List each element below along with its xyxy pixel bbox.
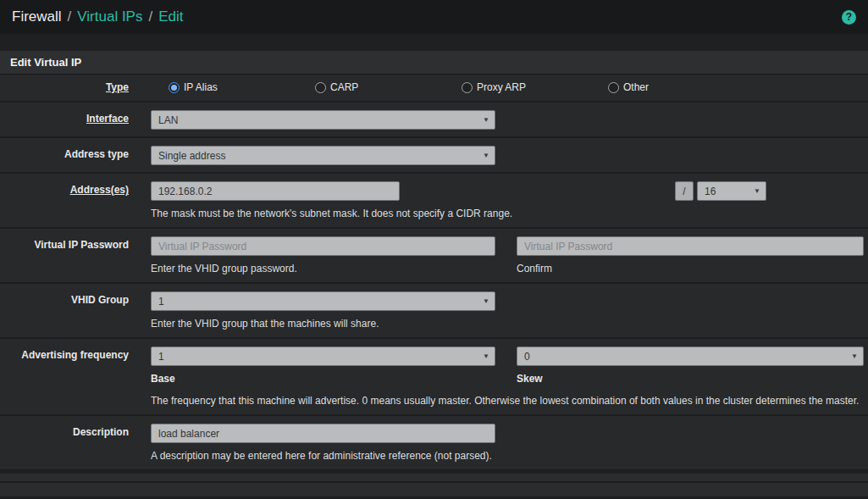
form-row-description: Description A description may be entered…: [0, 416, 868, 471]
addresses-help-text: The mask must be the network's subnet ma…: [151, 208, 864, 220]
addresses-label: Address(es): [0, 174, 137, 227]
type-label: Type: [0, 75, 137, 101]
radio-other-label: Other: [623, 81, 649, 93]
address-type-label: Address type: [0, 138, 137, 172]
adv-base-select-value: 1: [158, 351, 164, 363]
form-row-password: Virtual IP Password Enter the VHID group…: [0, 229, 868, 284]
vhid-select-value: 1: [158, 296, 164, 308]
form-row-addresses: Address(es) / 16 ▼ The mask must be the …: [0, 174, 868, 229]
password-input[interactable]: [151, 236, 495, 256]
breadcrumb-virtual-ips[interactable]: Virtual IPs: [77, 8, 142, 25]
chevron-down-icon: ▼: [483, 298, 489, 305]
breadcrumb: Firewall / Virtual IPs / Edit: [12, 8, 184, 25]
radio-ip-alias[interactable]: IP Alias: [169, 81, 315, 93]
adv-base-select[interactable]: 1 ▼: [151, 347, 495, 366]
form-row-type: Type IP Alias CARP Proxy ARP Other: [0, 75, 868, 103]
description-help-text: A description may be entered here for ad…: [151, 450, 864, 463]
adv-frequency-help-text: The frequency that this machine will adv…: [151, 395, 864, 408]
interface-select[interactable]: LAN ▼: [151, 110, 495, 130]
description-input[interactable]: [151, 424, 495, 443]
mask-select-value: 16: [705, 186, 716, 197]
radio-ip-alias-circle[interactable]: [169, 82, 180, 93]
radio-proxy-arp-label: Proxy ARP: [477, 81, 526, 93]
password-help-text: Enter the VHID group password.: [151, 263, 495, 275]
adv-skew-sublabel: Skew: [517, 373, 864, 385]
password-confirm-input[interactable]: [517, 236, 864, 256]
adv-skew-select-value: 0: [524, 351, 530, 363]
form-row-address-type: Address type Single address ▼: [0, 138, 868, 174]
next-panel-strip: [0, 483, 868, 496]
radio-ip-alias-label: IP Alias: [184, 81, 218, 93]
panel-title: Edit Virtual IP: [0, 51, 868, 75]
form-row-vhid: VHID Group 1 ▼ Enter the VHID group that…: [0, 284, 868, 339]
breadcrumb-edit[interactable]: Edit: [158, 8, 183, 25]
vhid-label: VHID Group: [0, 284, 137, 337]
radio-carp-circle[interactable]: [315, 82, 326, 93]
radio-other-circle[interactable]: [608, 82, 619, 93]
adv-frequency-label: Advertising frequency: [0, 339, 137, 414]
chevron-down-icon: ▼: [851, 353, 858, 360]
panel-footer-strip: [0, 474, 868, 483]
type-radio-group: IP Alias CARP Proxy ARP Other: [151, 79, 864, 95]
address-type-select-value: Single address: [158, 150, 225, 162]
adv-skew-select[interactable]: 0 ▼: [517, 347, 864, 366]
top-navbar: Firewall / Virtual IPs / Edit ?: [0, 0, 868, 34]
breadcrumb-separator: /: [68, 8, 72, 25]
chevron-down-icon: ▼: [483, 152, 489, 159]
vhid-help-text: Enter the VHID group that the machines w…: [151, 318, 864, 330]
radio-proxy-arp-circle[interactable]: [462, 82, 473, 93]
help-icon[interactable]: ?: [842, 10, 856, 25]
radio-carp-label: CARP: [330, 81, 358, 93]
adv-base-sublabel: Base: [151, 373, 495, 385]
form-row-adv-frequency: Advertising frequency 1 ▼ Base 0 ▼ Skew …: [0, 339, 868, 416]
breadcrumb-separator: /: [148, 8, 152, 25]
vhid-select[interactable]: 1 ▼: [151, 291, 495, 311]
interface-label: Interface: [0, 103, 137, 136]
radio-other[interactable]: Other: [608, 81, 755, 93]
chevron-down-icon: ▼: [483, 353, 489, 360]
password-label: Virtual IP Password: [0, 229, 137, 282]
description-label: Description: [0, 416, 137, 469]
mask-select[interactable]: 16 ▼: [697, 181, 766, 201]
chevron-down-icon: ▼: [483, 117, 489, 124]
chevron-down-icon: ▼: [754, 188, 760, 195]
address-type-select[interactable]: Single address ▼: [151, 146, 495, 165]
password-confirm-help-text: Confirm: [517, 263, 864, 275]
form-row-interface: Interface LAN ▼: [0, 103, 868, 138]
radio-carp[interactable]: CARP: [315, 81, 462, 93]
radio-proxy-arp[interactable]: Proxy ARP: [462, 81, 608, 93]
breadcrumb-firewall[interactable]: Firewall: [12, 8, 62, 25]
address-input[interactable]: [151, 181, 400, 201]
mask-separator-addon: /: [675, 181, 694, 201]
interface-select-value: LAN: [158, 114, 178, 126]
